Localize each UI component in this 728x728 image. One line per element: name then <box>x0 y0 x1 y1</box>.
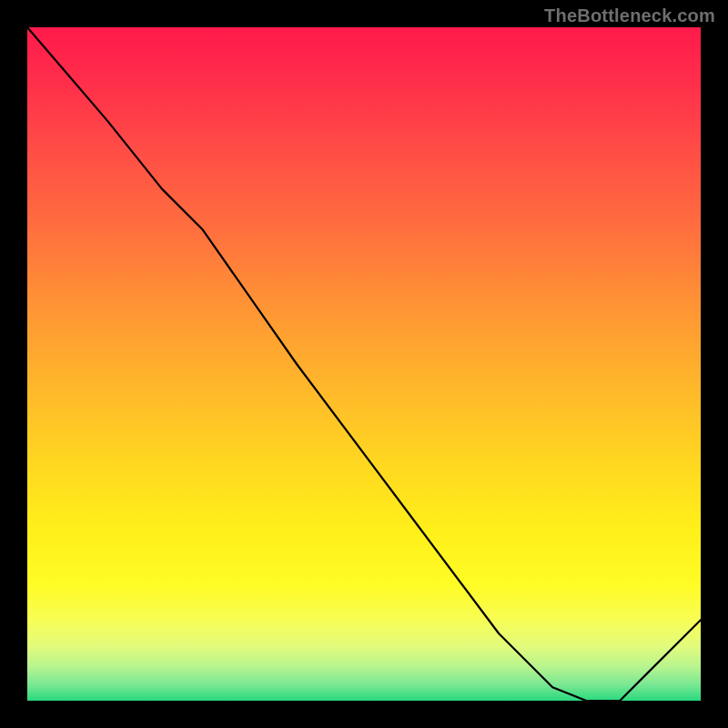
bottleneck-curve <box>27 27 701 701</box>
watermark-text: TheBottleneck.com <box>544 5 715 26</box>
plot-area <box>27 27 701 701</box>
curve-path <box>27 27 701 701</box>
chart-stage: TheBottleneck.com <box>0 0 728 728</box>
